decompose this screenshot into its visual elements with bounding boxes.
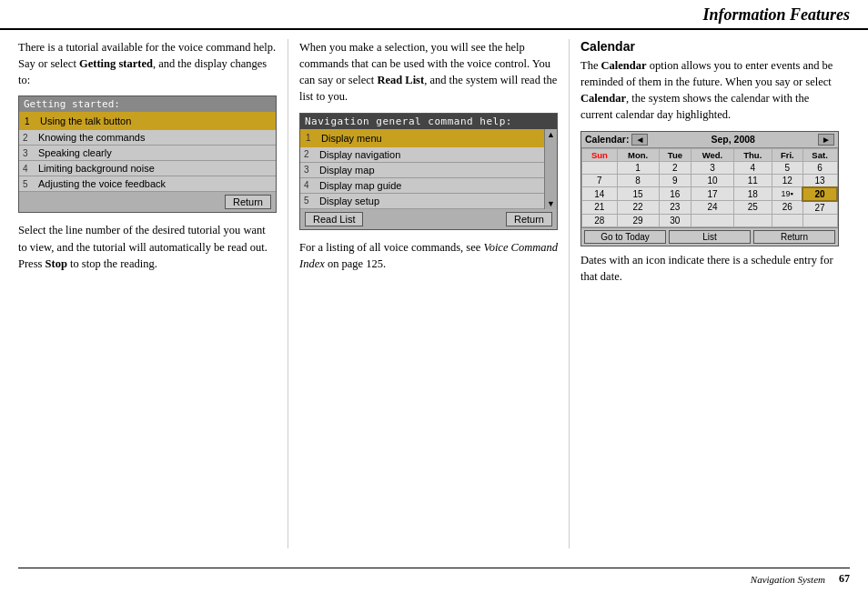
cal-cell xyxy=(733,214,772,226)
cal-return-button[interactable]: Return xyxy=(753,230,835,244)
calendar-label: Calendar: xyxy=(585,134,629,145)
col1-para2: Select the line number of the desired tu… xyxy=(18,222,277,271)
scroll-down-arrow[interactable]: ▼ xyxy=(545,199,557,208)
scroll-up-arrow[interactable]: ▲ xyxy=(545,130,557,139)
nav-return-button[interactable]: Return xyxy=(506,212,552,226)
cal-header-fri: Fri. xyxy=(772,148,802,161)
cal-row-4: 21 22 23 24 25 26 27 xyxy=(582,201,838,215)
getting-started-mockup: Getting started: 1 Using the talk button… xyxy=(18,95,277,213)
column-3: Calendar The Calendar option allows you … xyxy=(570,39,850,548)
cal-header-sat: Sat. xyxy=(802,148,837,161)
gs-item-2[interactable]: 2 Knowing the commands xyxy=(19,130,276,146)
page-footer: Navigation System 67 xyxy=(18,568,850,586)
page-header: Information Features xyxy=(0,0,868,30)
cal-cell[interactable]: 23 xyxy=(659,201,691,215)
cal-header-mon: Mon. xyxy=(617,148,659,161)
cal-cell[interactable]: 6 xyxy=(802,161,837,174)
cal-cell xyxy=(772,214,802,226)
cal-cell[interactable]: 1 xyxy=(617,161,659,174)
cal-cell[interactable]: 17 xyxy=(691,187,733,201)
cal-header-wed: Wed. xyxy=(691,148,733,161)
gs-item-5[interactable]: 5 Adjusting the voice feedback xyxy=(19,176,276,192)
getting-started-title: Getting started: xyxy=(19,96,276,112)
cal-cell[interactable]: 9 xyxy=(659,174,691,187)
nav-item-1[interactable]: 1 Display menu xyxy=(300,129,544,147)
column-1: There is a tutorial available for the vo… xyxy=(18,39,288,548)
cal-cell[interactable]: 29 xyxy=(617,214,659,226)
col3-para2: Dates with an icon indicate there is a s… xyxy=(580,252,839,285)
col2-para2: For a listing of all voice commands, see… xyxy=(299,239,558,272)
read-list-button[interactable]: Read List xyxy=(305,212,363,226)
nav-item-2[interactable]: 2 Display navigation xyxy=(300,147,544,163)
calendar-heading: Calendar xyxy=(580,39,839,54)
calendar-grid: Sun Mon. Tue Wed. Thu. Fri. Sat. 1 2 3 xyxy=(581,148,838,227)
col2-para1: When you make a selection, you will see … xyxy=(299,39,558,106)
cal-header-tue: Tue xyxy=(659,148,691,161)
footer-nav-system: Navigation System xyxy=(751,574,825,585)
calendar-next-button[interactable]: ► xyxy=(818,134,834,146)
cal-header-sun: Sun xyxy=(582,148,618,161)
cal-cell[interactable]: 26 xyxy=(772,201,802,215)
cal-cell[interactable]: 3 xyxy=(691,161,733,174)
cal-cell-today[interactable]: 20 xyxy=(802,187,837,201)
cal-cell[interactable]: 21 xyxy=(582,201,618,215)
cal-cell[interactable]: 24 xyxy=(691,201,733,215)
nav-item-5[interactable]: 5 Display setup xyxy=(300,194,544,209)
nav-help-title: Navigation general command help: xyxy=(300,114,557,129)
cal-cell[interactable]: 15 xyxy=(617,187,659,201)
content-area: There is a tutorial available for the vo… xyxy=(0,30,868,548)
cal-cell[interactable]: 12 xyxy=(772,174,802,187)
cal-cell[interactable] xyxy=(582,161,618,174)
cal-cell[interactable]: 13 xyxy=(802,174,837,187)
cal-header-thu: Thu. xyxy=(733,148,772,161)
calendar-footer: Go to Today List Return xyxy=(581,227,838,246)
gs-item-4[interactable]: 4 Limiting background noise xyxy=(19,161,276,176)
cal-cell xyxy=(802,214,837,226)
header-title: Information Features xyxy=(702,5,850,24)
cal-cell[interactable]: 30 xyxy=(659,214,691,226)
nav-item-3[interactable]: 3 Display map xyxy=(300,163,544,178)
column-2: When you make a selection, you will see … xyxy=(288,39,570,548)
col3-para1: The Calendar option allows you to enter … xyxy=(580,57,839,124)
cal-cell[interactable]: 5 xyxy=(772,161,802,174)
cal-cell[interactable]: 28 xyxy=(582,214,618,226)
cal-cell[interactable]: 18 xyxy=(733,187,772,201)
cal-cell[interactable]: 10 xyxy=(691,174,733,187)
cal-row-1: 1 2 3 4 5 6 xyxy=(582,161,838,174)
footer-page-number: 67 xyxy=(839,572,850,586)
gs-return-area: Return xyxy=(19,192,276,212)
gs-item-3[interactable]: 3 Speaking clearly xyxy=(19,146,276,161)
list-button[interactable]: List xyxy=(669,230,751,244)
calendar-month: Sep, 2008 xyxy=(651,134,815,145)
cal-cell[interactable]: 16 xyxy=(659,187,691,201)
cal-cell[interactable]: 4 xyxy=(733,161,772,174)
cal-cell[interactable]: 27 xyxy=(802,201,837,215)
nav-bottom-bar: Read List Return xyxy=(300,209,557,229)
cal-row-3: 14 15 16 17 18 19▪ 20 xyxy=(582,187,838,201)
cal-cell[interactable]: 2 xyxy=(659,161,691,174)
cal-cell xyxy=(691,214,733,226)
cal-cell[interactable]: 11 xyxy=(733,174,772,187)
nav-item-4[interactable]: 4 Display map guide xyxy=(300,178,544,194)
calendar-header: Calendar: ◄ Sep, 2008 ► xyxy=(581,132,838,148)
calendar-prev-button[interactable]: ◄ xyxy=(631,134,648,146)
calendar-mockup: Calendar: ◄ Sep, 2008 ► Sun Mon. Tue Wed… xyxy=(580,131,839,246)
cal-cell[interactable]: 14 xyxy=(582,187,618,201)
cal-row-5: 28 29 30 xyxy=(582,214,838,226)
gs-return-button[interactable]: Return xyxy=(225,195,271,209)
go-to-today-button[interactable]: Go to Today xyxy=(584,230,666,244)
cal-cell[interactable]: 22 xyxy=(617,201,659,215)
cal-cell[interactable]: 7 xyxy=(582,174,618,187)
cal-cell-19[interactable]: 19▪ xyxy=(772,187,802,201)
col1-para1: There is a tutorial available for the vo… xyxy=(18,39,277,88)
gs-item-1[interactable]: 1 Using the talk button xyxy=(19,112,276,130)
cal-cell[interactable]: 25 xyxy=(733,201,772,215)
cal-row-2: 7 8 9 10 11 12 13 xyxy=(582,174,838,187)
nav-help-mockup: Navigation general command help: 1 Displ… xyxy=(299,113,558,230)
cal-cell[interactable]: 8 xyxy=(617,174,659,187)
